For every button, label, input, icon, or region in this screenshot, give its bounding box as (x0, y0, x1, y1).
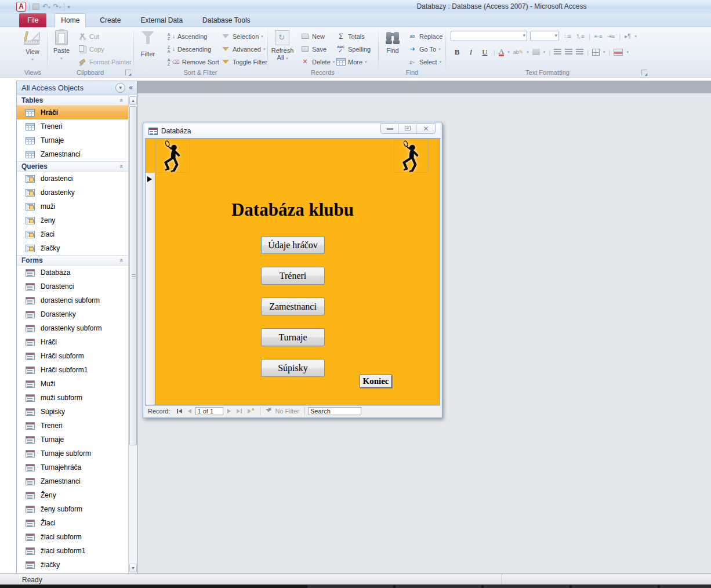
nav-item[interactable]: dorastenci (17, 172, 128, 186)
no-filter-button[interactable]: ✕ No Filter (263, 408, 302, 415)
form-button[interactable]: Turnaje (261, 328, 325, 346)
paste-button[interactable]: Paste▾ (49, 29, 74, 61)
nav-item[interactable]: žiaci (17, 227, 128, 241)
copy-button[interactable]: Copy (78, 43, 104, 55)
scroll-down-icon[interactable]: ▼ (129, 564, 137, 572)
redo-icon[interactable]: ↷▾ (53, 2, 61, 12)
underline-button[interactable]: U (480, 48, 490, 57)
nav-section-header[interactable]: Tables« (17, 95, 128, 106)
nav-item[interactable]: Žiaci (17, 516, 128, 530)
nav-item[interactable]: žiačky (17, 558, 128, 572)
nav-item[interactable]: Hráči subform1 (17, 363, 128, 377)
bullet-list-icon[interactable]: ∷≡ (564, 33, 571, 39)
bold-button[interactable]: B (452, 48, 462, 57)
format-painter-button[interactable]: Format Painter (78, 56, 132, 68)
nav-item[interactable]: Súpisky (17, 405, 128, 419)
nav-item[interactable]: Turnaje (17, 433, 128, 447)
nav-item[interactable]: Hráči subform (17, 349, 128, 363)
more-button[interactable]: More▾ (336, 56, 367, 68)
nav-item[interactable]: žiačky (17, 241, 128, 255)
nav-item[interactable]: dorastenky (17, 186, 128, 199)
delete-record-button[interactable]: ✕Delete▾ (300, 56, 335, 68)
nav-item[interactable]: žiaci subform (17, 530, 128, 544)
save-icon[interactable] (32, 3, 39, 10)
nav-item[interactable]: Turnaje subform (17, 447, 128, 460)
form-button[interactable]: Údaje hráčov (261, 236, 325, 254)
totals-button[interactable]: ΣTotals (336, 30, 365, 42)
nav-item[interactable]: Treneri (17, 119, 128, 133)
nav-item[interactable]: Muži (17, 377, 128, 391)
descending-button[interactable]: ZA↓Descending (164, 43, 211, 55)
align-right-icon[interactable] (576, 49, 583, 55)
form-button[interactable]: Zamestnanci (261, 297, 325, 315)
collapse-icon[interactable]: « (118, 165, 125, 168)
nav-item[interactable]: Hráči (17, 106, 128, 119)
spelling-button[interactable]: ABC✓Spelling (336, 43, 371, 55)
view-button[interactable]: View▾ (20, 29, 45, 62)
remove-sort-button[interactable]: AZ⌫Remove Sort (164, 56, 219, 68)
koniec-button[interactable]: Koniec (360, 375, 392, 388)
increase-indent-icon[interactable]: ⇥≡ (607, 33, 615, 39)
qat-customize-icon[interactable]: ▾ (67, 2, 70, 12)
search-input[interactable]: Search (308, 407, 361, 415)
font-color-button[interactable]: A (499, 48, 504, 56)
scroll-thumb[interactable] (129, 106, 137, 445)
access-app-icon[interactable]: A (16, 2, 26, 12)
refresh-all-button[interactable]: ↻ Refresh All ▾ (269, 29, 296, 61)
nav-scrollbar[interactable]: ▲ ▼ (128, 95, 137, 574)
align-left-icon[interactable] (554, 49, 561, 55)
minimize-icon[interactable] (381, 124, 399, 133)
goto-button[interactable]: ➜Go To▾ (408, 43, 441, 55)
number-list-icon[interactable]: ⒈≡ (575, 32, 585, 41)
last-record-icon[interactable] (234, 409, 245, 413)
undo-icon[interactable]: ↶▾ (42, 2, 50, 12)
nav-pane-menu-icon[interactable]: ▼ (115, 83, 125, 93)
nav-pane-shutter-icon[interactable]: « (129, 84, 135, 92)
nav-item[interactable]: Databáza (17, 266, 128, 280)
nav-item[interactable]: muži (17, 199, 128, 213)
nav-item[interactable]: dorastenci subform (17, 293, 128, 307)
save-record-button[interactable]: Save (300, 43, 327, 55)
advanced-button[interactable]: Advanced▾ (221, 43, 265, 55)
form-button[interactable]: Súpisky (261, 359, 325, 377)
nav-item[interactable]: žiaci subform1 (17, 544, 128, 558)
nav-pane-header[interactable]: All Access Objects ▼ « (17, 81, 137, 95)
next-record-icon[interactable] (224, 409, 234, 413)
nav-item[interactable]: Treneri (17, 419, 128, 433)
alt-row-color-icon[interactable] (614, 49, 623, 56)
close-icon[interactable]: ✕ (417, 124, 435, 133)
text-formatting-dialog-launcher[interactable] (641, 70, 647, 75)
filter-button[interactable]: Filter (135, 29, 161, 57)
record-position[interactable]: 1 of 1 (195, 407, 223, 415)
form-button[interactable]: Tréneri (261, 267, 325, 285)
align-center-icon[interactable] (565, 49, 572, 55)
italic-button[interactable]: I (466, 48, 476, 57)
replace-button[interactable]: abReplace (408, 30, 442, 42)
tab-file[interactable]: File (19, 13, 46, 27)
toggle-filter-button[interactable]: Toggle Filter (221, 56, 267, 68)
selection-button[interactable]: Selection▾ (221, 30, 263, 42)
font-size-combo[interactable] (530, 31, 559, 41)
decrease-indent-icon[interactable]: ⇤≡ (594, 33, 603, 39)
nav-section-header[interactable]: Queries« (17, 161, 128, 172)
nav-item[interactable]: Zamestnanci (17, 474, 128, 488)
text-direction-icon[interactable]: ▸¶ (625, 33, 630, 39)
nav-item[interactable]: Dorastenky (17, 307, 128, 321)
nav-item[interactable]: ženy (17, 213, 128, 227)
nav-item[interactable]: dorastenky subform (17, 321, 128, 335)
fill-color-icon[interactable] (532, 49, 540, 55)
collapse-icon[interactable]: « (118, 259, 125, 262)
clipboard-dialog-launcher[interactable] (125, 70, 131, 75)
tab-database-tools[interactable]: Database Tools (197, 13, 256, 27)
new-record-button[interactable]: New (300, 30, 325, 42)
tab-create[interactable]: Create (94, 13, 126, 27)
tab-home[interactable]: Home (55, 13, 86, 27)
nav-item[interactable]: ženy subform (17, 502, 128, 516)
collapse-icon[interactable]: « (118, 99, 125, 102)
nav-item[interactable]: Zamestnanci (17, 147, 128, 161)
find-button[interactable]: Find (380, 29, 405, 54)
select-button[interactable]: ▻Select▾ (408, 56, 441, 68)
previous-record-icon[interactable] (185, 409, 194, 413)
font-name-combo[interactable] (451, 31, 527, 41)
nav-item[interactable]: Ženy (17, 488, 128, 502)
